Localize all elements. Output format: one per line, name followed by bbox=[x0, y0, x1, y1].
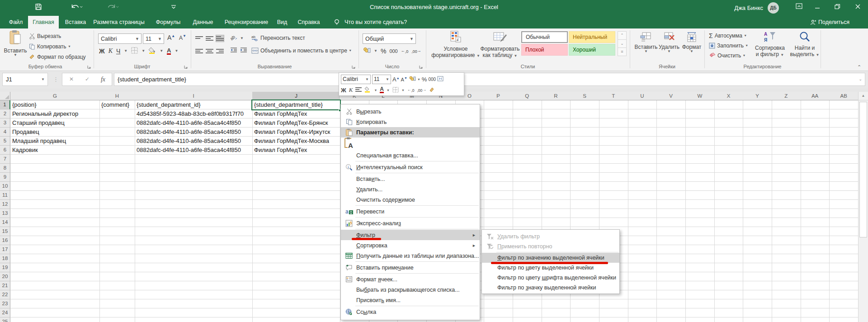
menu-item-cut[interactable]: Вырезать bbox=[341, 106, 480, 117]
row-header-12[interactable]: 12 bbox=[0, 200, 10, 209]
menu-item-delete[interactable]: Удалить... bbox=[341, 184, 480, 194]
fx-icon[interactable]: fx bbox=[98, 73, 108, 86]
wrap-text-button[interactable]: ab Переносить текст bbox=[251, 33, 305, 43]
submenu-item-filter-by-icon[interactable]: Фильтр по значку выделенной ячейки bbox=[482, 283, 619, 293]
cell-J2[interactable]: Филиал ГорМедТех bbox=[252, 109, 340, 118]
insert-cells-button[interactable]: Вставить ▼ bbox=[635, 32, 657, 53]
scroll-up-icon[interactable]: ▲ bbox=[859, 92, 868, 100]
row-header-6[interactable]: 6 bbox=[0, 146, 10, 155]
cell-style-2[interactable]: Нейтральный bbox=[569, 31, 615, 43]
row-header-10[interactable]: 10 bbox=[0, 182, 10, 191]
cell-style-3[interactable]: Плохой bbox=[521, 44, 568, 56]
align-middle-icon[interactable] bbox=[206, 35, 213, 42]
submenu-item-filter-by-color[interactable]: Фильтр по цвету выделенной ячейки bbox=[482, 263, 619, 273]
menu-item-clear-contents[interactable]: Очистить содержимое bbox=[341, 194, 480, 205]
cell-G3[interactable]: Старший продавец bbox=[10, 118, 99, 128]
enter-icon[interactable]: ✓ bbox=[82, 73, 93, 86]
cell-J4[interactable]: Филиал ГорМедТех-Иркутск bbox=[252, 128, 340, 137]
tab-1[interactable]: Главная bbox=[28, 16, 59, 28]
conditional-formatting-button[interactable]: ≠ Условное форматирование ▼ bbox=[435, 31, 476, 58]
row-header-23[interactable]: 23 bbox=[0, 299, 10, 308]
menu-item-sort[interactable]: Сортировка► bbox=[341, 240, 480, 251]
row-header-18[interactable]: 18 bbox=[0, 254, 10, 263]
mini-font-color-icon[interactable]: А bbox=[380, 87, 384, 93]
share-button[interactable]: Поделиться bbox=[818, 16, 849, 28]
font-dialog-launcher-icon[interactable] bbox=[184, 65, 188, 69]
column-header-Q[interactable]: Q bbox=[513, 92, 542, 100]
format-painter-button[interactable]: Формат по образцу bbox=[29, 52, 86, 62]
row-header-17[interactable]: 17 bbox=[0, 245, 10, 254]
mini-accounting-icon[interactable] bbox=[409, 76, 416, 83]
user-name[interactable]: Джа Бинкс bbox=[734, 0, 763, 16]
tab-7[interactable]: Вид bbox=[273, 16, 291, 28]
cell-G2[interactable]: Региональный директор bbox=[10, 109, 99, 118]
cell-G6[interactable]: Кадровик bbox=[10, 146, 99, 155]
increase-font-icon[interactable]: А▲ bbox=[167, 34, 175, 41]
cell-G4[interactable]: Продавец bbox=[10, 128, 99, 137]
avatar[interactable]: ДБ bbox=[768, 2, 779, 14]
row-header-14[interactable]: 14 bbox=[0, 218, 10, 227]
cell-J5[interactable]: Филиал ГорМедТех-Москва bbox=[252, 137, 340, 146]
delete-cells-button[interactable]: Удалить ▼ bbox=[658, 32, 680, 53]
column-header-P[interactable]: P bbox=[484, 92, 513, 100]
bold-button[interactable]: Ж bbox=[99, 47, 105, 55]
submenu-item-filter-by-value[interactable]: Фильтр по значению выделенной ячейки bbox=[482, 253, 619, 263]
gallery-more-icon[interactable]: ≡ bbox=[618, 47, 627, 56]
cell-I1[interactable]: {student_department_id} bbox=[135, 100, 252, 109]
mini-font-name-combo[interactable]: Calibri▼ bbox=[341, 75, 371, 84]
cell-H1[interactable]: {comment} bbox=[99, 100, 135, 109]
cell-I5[interactable]: 0882dafc-d4fe-4110-a6fe-85aca4c4f850 bbox=[135, 137, 252, 146]
row-header-11[interactable]: 11 bbox=[0, 191, 10, 200]
row-header-1[interactable]: 1 bbox=[0, 100, 10, 109]
name-box-dropdown-icon[interactable]: ▼ bbox=[41, 73, 45, 85]
menu-item-copy[interactable]: Копировать bbox=[341, 117, 480, 127]
mini-merge-icon[interactable] bbox=[437, 76, 443, 82]
mini-decrease-font-icon[interactable]: А▼ bbox=[401, 76, 407, 82]
mini-font-size-combo[interactable]: 11▼ bbox=[372, 75, 391, 84]
align-top-icon[interactable] bbox=[195, 35, 203, 42]
formula-input[interactable]: {student_department_title} ⌄ bbox=[114, 73, 865, 86]
column-header-T[interactable]: T bbox=[599, 92, 628, 100]
column-header-U[interactable]: U bbox=[628, 92, 657, 100]
number-format-combo[interactable]: Общий▼ bbox=[363, 33, 416, 44]
format-cells-button[interactable]: Формат ▼ bbox=[681, 32, 703, 53]
row-header-4[interactable]: 4 bbox=[0, 128, 10, 137]
gallery-down-icon[interactable]: ⌄ bbox=[618, 39, 627, 48]
column-header-I[interactable]: I bbox=[135, 92, 253, 100]
column-header-AB[interactable]: AB bbox=[829, 92, 859, 100]
column-header-R[interactable]: R bbox=[542, 92, 571, 100]
row-header-9[interactable]: 9 bbox=[0, 173, 10, 182]
mini-decrease-decimal-icon[interactable]: ,00→ bbox=[417, 87, 426, 93]
close-button[interactable] bbox=[848, 0, 868, 14]
tab-file[interactable]: Файл bbox=[4, 16, 28, 28]
row-header-2[interactable]: 2 bbox=[0, 109, 10, 118]
align-left-icon[interactable] bbox=[195, 48, 203, 54]
fill-color-icon[interactable] bbox=[149, 47, 156, 55]
row-header-21[interactable]: 21 bbox=[0, 281, 10, 290]
row-header-19[interactable]: 19 bbox=[0, 263, 10, 272]
font-name-combo[interactable]: Calibri▼ bbox=[98, 33, 142, 44]
cell-I3[interactable]: 0882dafc-d4fe-4110-a6fe-85aca4c4f850 bbox=[135, 118, 252, 128]
column-header-V[interactable]: V bbox=[656, 92, 686, 100]
cell-style-4[interactable]: Хороший bbox=[569, 44, 615, 56]
cell-I4[interactable]: 0882dafc-d4fe-4110-a6fe-85aca4c4f850 bbox=[135, 128, 252, 137]
tab-6[interactable]: Рецензирование bbox=[222, 16, 271, 28]
alignment-dialog-launcher-icon[interactable] bbox=[351, 65, 356, 69]
ribbon-display-options-icon[interactable] bbox=[789, 0, 809, 14]
font-color-icon[interactable]: А bbox=[167, 47, 171, 55]
collapse-ribbon-icon[interactable]: ⌃ bbox=[857, 64, 861, 70]
merge-center-button[interactable]: Объединить и поместить в центре ▼ bbox=[251, 46, 352, 55]
column-header-H[interactable]: H bbox=[99, 92, 135, 100]
tab-8[interactable]: Справка bbox=[297, 16, 321, 28]
vertical-scrollbar[interactable]: ▲ bbox=[858, 92, 868, 322]
align-right-icon[interactable] bbox=[216, 48, 224, 54]
find-select-button[interactable]: Найти и выделить ▼ bbox=[790, 31, 819, 57]
increase-indent-icon[interactable] bbox=[240, 47, 247, 55]
mini-format-painter-icon[interactable] bbox=[429, 87, 435, 94]
column-header-X[interactable]: X bbox=[714, 92, 744, 100]
align-bottom-icon[interactable] bbox=[216, 35, 224, 42]
fill-button[interactable]: Заполнить ▼ bbox=[709, 41, 748, 50]
decrease-decimal-icon[interactable]: ,00→ bbox=[411, 48, 421, 54]
menu-item-paste-special[interactable]: Специальная вставка... bbox=[341, 150, 480, 161]
row-header-15[interactable]: 15 bbox=[0, 227, 10, 236]
